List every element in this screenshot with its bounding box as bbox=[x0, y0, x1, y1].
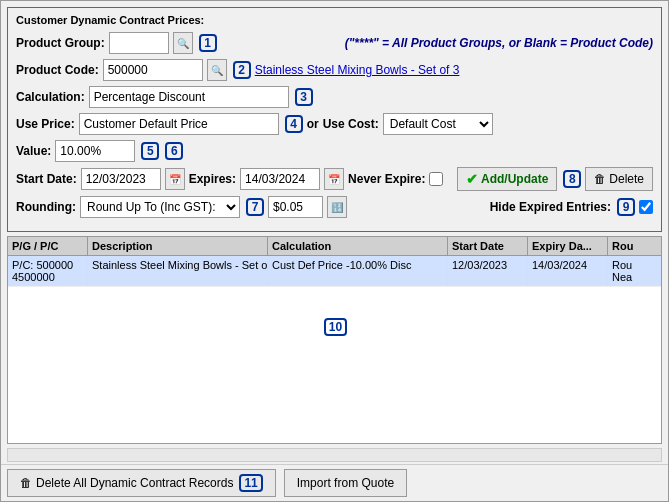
badge-3: 3 bbox=[295, 88, 313, 106]
badge-11: 11 bbox=[239, 474, 262, 492]
product-group-row: Product Group: 🔍 1 ("****" = All Product… bbox=[16, 32, 653, 54]
delete-button[interactable]: 🗑 Delete bbox=[585, 167, 653, 191]
calculation-row: Calculation: 3 bbox=[16, 86, 653, 108]
never-expire-label: Never Expire: bbox=[348, 172, 425, 186]
table-row[interactable]: P/C: 500000 4500000 Stainless Steel Mixi… bbox=[8, 256, 661, 287]
product-group-search-button[interactable]: 🔍 bbox=[173, 32, 193, 54]
contract-prices-panel: Customer Dynamic Contract Prices: Produc… bbox=[7, 7, 662, 232]
badge-2: 2 bbox=[233, 61, 251, 79]
contract-table: P/G / P/C Description Calculation Start … bbox=[7, 236, 662, 444]
use-cost-label: Use Cost: bbox=[323, 117, 379, 131]
product-code-search-button[interactable]: 🔍 bbox=[207, 59, 227, 81]
value-label: Value: bbox=[16, 144, 51, 158]
calculation-label: Calculation: bbox=[16, 90, 85, 104]
expires-input[interactable] bbox=[240, 168, 320, 190]
import-from-quote-button[interactable]: Import from Quote bbox=[284, 469, 407, 497]
hide-expired-label: Hide Expired Entries: bbox=[490, 200, 611, 214]
table-body: P/C: 500000 4500000 Stainless Steel Mixi… bbox=[8, 256, 661, 443]
delete-label: Delete bbox=[609, 172, 644, 186]
col-header-rounding: Rou bbox=[608, 237, 662, 255]
col-header-description: Description bbox=[88, 237, 268, 255]
value-row: Value: 5 6 bbox=[16, 140, 653, 162]
value-input[interactable] bbox=[55, 140, 135, 162]
trash-icon: 🗑 bbox=[20, 476, 32, 490]
badge-9: 9 bbox=[617, 198, 635, 216]
panel-title-text: Customer Dynamic Contract Prices: bbox=[16, 14, 204, 26]
col-header-calculation: Calculation bbox=[268, 237, 448, 255]
cell-pgpc: P/C: 500000 4500000 bbox=[8, 256, 88, 286]
start-date-input[interactable] bbox=[81, 168, 161, 190]
cell-description: Stainless Steel Mixing Bowls - Set of 3 bbox=[88, 256, 268, 286]
hide-expired-checkbox[interactable] bbox=[639, 200, 653, 214]
rounding-row: Rounding: Round Up To (Inc GST): 7 🔢 Hid… bbox=[16, 196, 653, 218]
badge-1: 1 bbox=[199, 34, 217, 52]
start-date-label: Start Date: bbox=[16, 172, 77, 186]
use-price-label: Use Price: bbox=[16, 117, 75, 131]
product-link[interactable]: Stainless Steel Mixing Bowls - Set of 3 bbox=[255, 63, 460, 77]
cell-calculation: Cust Def Price -10.00% Disc bbox=[268, 256, 448, 286]
use-price-row: Use Price: 4 or Use Cost: Default Cost bbox=[16, 113, 653, 135]
badge-4: 4 bbox=[285, 115, 303, 133]
calculation-input[interactable] bbox=[89, 86, 289, 108]
calendar-icon: 📅 bbox=[169, 174, 181, 185]
rounding-amount-input[interactable] bbox=[268, 196, 323, 218]
col-header-start-date: Start Date bbox=[448, 237, 528, 255]
table-empty-area: 10 bbox=[8, 287, 661, 367]
product-group-input[interactable] bbox=[109, 32, 169, 54]
rounding-select[interactable]: Round Up To (Inc GST): bbox=[80, 196, 240, 218]
search-icon-2: 🔍 bbox=[211, 65, 223, 76]
or-label: or bbox=[307, 117, 319, 131]
expires-calendar-button[interactable]: 📅 bbox=[324, 168, 344, 190]
cell-start-date: 12/03/2023 bbox=[448, 256, 528, 286]
search-icon: 🔍 bbox=[177, 38, 189, 49]
use-price-input[interactable] bbox=[79, 113, 279, 135]
col-header-expiry-date: Expiry Da... bbox=[528, 237, 608, 255]
col-header-pgpc: P/G / P/C bbox=[8, 237, 88, 255]
bottom-toolbar: 🗑 Delete All Dynamic Contract Records 11… bbox=[1, 464, 668, 501]
badge-7: 7 bbox=[246, 198, 264, 216]
product-code-label: Product Code: bbox=[16, 63, 99, 77]
panel-title: Customer Dynamic Contract Prices: bbox=[16, 14, 653, 26]
badge-6: 6 bbox=[165, 142, 183, 160]
check-icon: ✔ bbox=[466, 171, 478, 187]
calendar-icon-2: 📅 bbox=[328, 174, 340, 185]
badge-5: 5 bbox=[141, 142, 159, 160]
never-expire-checkbox[interactable] bbox=[429, 172, 443, 186]
delete-all-button[interactable]: 🗑 Delete All Dynamic Contract Records 11 bbox=[7, 469, 276, 497]
delete-icon: 🗑 bbox=[594, 172, 606, 186]
product-group-label: Product Group: bbox=[16, 36, 105, 50]
import-label: Import from Quote bbox=[297, 476, 394, 490]
rounding-label: Rounding: bbox=[16, 200, 76, 214]
cell-rounding: Rou Nea bbox=[608, 256, 661, 286]
badge-10: 10 bbox=[324, 318, 347, 336]
use-cost-select[interactable]: Default Cost bbox=[383, 113, 493, 135]
horizontal-scrollbar[interactable] bbox=[7, 448, 662, 462]
add-update-button[interactable]: ✔ Add/Update bbox=[457, 167, 557, 191]
dates-row: Start Date: 📅 Expires: 📅 Never Expire: ✔… bbox=[16, 167, 653, 191]
add-update-label: Add/Update bbox=[481, 172, 548, 186]
badge-8: 8 bbox=[563, 170, 581, 188]
note-text: ("****" = All Product Groups, or Blank =… bbox=[345, 36, 653, 50]
product-code-input[interactable] bbox=[103, 59, 203, 81]
rounding-amount-button[interactable]: 🔢 bbox=[327, 196, 347, 218]
cell-expiry-date: 14/03/2024 bbox=[528, 256, 608, 286]
expires-label: Expires: bbox=[189, 172, 236, 186]
delete-all-label: Delete All Dynamic Contract Records bbox=[36, 476, 233, 490]
calc-icon: 🔢 bbox=[331, 202, 343, 213]
start-date-calendar-button[interactable]: 📅 bbox=[165, 168, 185, 190]
table-header: P/G / P/C Description Calculation Start … bbox=[8, 237, 661, 256]
product-code-row: Product Code: 🔍 2 Stainless Steel Mixing… bbox=[16, 59, 653, 81]
